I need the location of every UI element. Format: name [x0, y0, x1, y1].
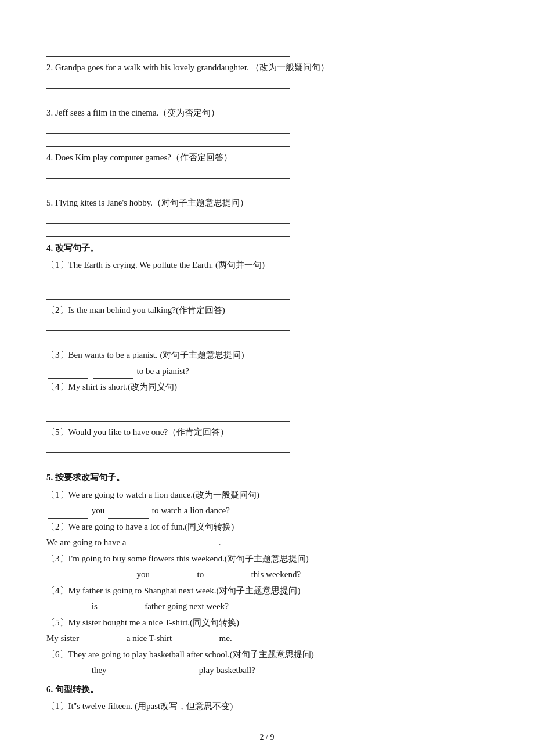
- sec5-q4-blank-1: [48, 605, 88, 614]
- sec5-q1-blank-1: [48, 509, 88, 519]
- q3-line-1: [46, 122, 290, 134]
- q2-line-1: [46, 77, 290, 89]
- q2-text: 2. Grandpa goes for a walk with his love…: [46, 60, 488, 75]
- sec4-q1-line-1: [46, 275, 290, 286]
- question-5: 5. Flying kites is Jane's hobby.（对句子主题意思…: [46, 196, 488, 237]
- sec4-q1-line-2: [46, 288, 290, 300]
- sec5-q4-suffix: father going next week?: [145, 602, 229, 611]
- question-2: 2. Grandpa goes for a walk with his love…: [46, 60, 488, 102]
- sec5-q3-blank-1: [48, 573, 88, 582]
- sec4-q3-text: 〔3〕Ben wants to be a pianist. (对句子主题意思提问…: [46, 348, 488, 363]
- section-6: 6. 句型转换。 〔1〕It''s twelve fifteen. (用past…: [46, 682, 488, 714]
- sec4-q3-blank-1: [48, 369, 88, 379]
- sec5-q6-blank-2: [110, 669, 150, 678]
- top-line-2: [46, 33, 290, 44]
- sec5-q3-to: to: [197, 570, 206, 579]
- sec5-q4-text: 〔4〕My father is going to Shanghai next w…: [46, 584, 488, 599]
- sec4-q5-line-1: [46, 441, 290, 453]
- sec5-title: 5. 按要求改写句子。: [46, 470, 488, 485]
- sec4-q2-text: 〔2〕Is the man behind you talking?(作肯定回答): [46, 303, 488, 318]
- sec5-q4-is: is: [92, 602, 100, 611]
- sec4-q5-line-2: [46, 455, 290, 466]
- sec5-q2-blank-1: [129, 541, 170, 550]
- sec5-q2-blank-2: [175, 541, 215, 550]
- sec5-q6-blank-1: [48, 669, 88, 678]
- sec5-q1-blank-2: [108, 509, 149, 519]
- sec5-q6-blank-3: [155, 669, 196, 678]
- sec5-q3-text: 〔3〕I'm going to buy some flowers this we…: [46, 552, 488, 567]
- sec5-q5-mid: a nice T-shirt: [127, 633, 174, 643]
- sec5-q2-blank-line: We are going to have a .: [46, 535, 488, 550]
- sec6-q1-text: 〔1〕It''s twelve fifteen. (用past改写，但意思不变): [46, 699, 488, 714]
- sec4-q4-line-1: [46, 397, 290, 408]
- q5-text: 5. Flying kites is Jane's hobby.（对句子主题意思…: [46, 196, 488, 211]
- sec6-title: 6. 句型转换。: [46, 682, 488, 697]
- section-5: 5. 按要求改写句子。 〔1〕We are going to watch a l…: [46, 470, 488, 678]
- sec5-q5-prefix: My sister: [46, 633, 81, 643]
- sec5-q1-text: 〔1〕We are going to watch a lion dance.(改…: [46, 488, 488, 503]
- section-4: 4. 改写句子。 〔1〕The Earth is crying. We poll…: [46, 240, 488, 466]
- q4-line-2: [46, 181, 290, 192]
- sec4-q4-lines: [46, 397, 488, 422]
- sec4-q2-line-1: [46, 319, 290, 331]
- question-4: 4. Does Kim play computer games?（作否定回答）: [46, 150, 488, 192]
- sec5-q3-blank-line: you to this weekend?: [46, 567, 488, 582]
- q3-answer-lines: [46, 122, 488, 147]
- sec5-q6-they: they: [92, 665, 109, 675]
- sec4-q3-blank-line: to be a pianist?: [46, 364, 488, 379]
- top-line-3: [46, 45, 290, 57]
- q2-answer-lines: [46, 77, 488, 102]
- q4-text: 4. Does Kim play computer games?（作否定回答）: [46, 150, 488, 165]
- sec5-q5-blank-line: My sister a nice T-shirt me.: [46, 631, 488, 646]
- sec5-q2-text: 〔2〕We are going to have a lot of fun.(同义…: [46, 520, 488, 535]
- top-answer-lines: [46, 20, 488, 57]
- sec5-q3-blank-3: [153, 573, 194, 582]
- sec5-q6-text: 〔6〕They are going to play basketball aft…: [46, 647, 488, 663]
- q4-answer-lines: [46, 167, 488, 192]
- q5-line-2: [46, 225, 290, 237]
- sec5-q6-blank-line: they play basketball?: [46, 663, 488, 678]
- sec5-q5-blank-2: [175, 637, 216, 646]
- sec4-q1-text: 〔1〕The Earth is crying. We pollute the E…: [46, 258, 488, 273]
- page-number: 2 / 9: [260, 733, 275, 741]
- q3-text: 3. Jeff sees a film in the cinema.（变为否定句…: [46, 106, 488, 121]
- sec4-title: 4. 改写句子。: [46, 240, 488, 255]
- sec5-q3-you: you: [137, 570, 152, 579]
- sec4-q4-text: 〔4〕My shirt is short.(改为同义句): [46, 380, 488, 395]
- sec4-q3-suffix: to be a pianist?: [137, 366, 189, 376]
- q5-line-1: [46, 212, 290, 224]
- sec4-q1-lines: [46, 275, 488, 300]
- sec4-q3-blank-2: [93, 369, 134, 379]
- question-3: 3. Jeff sees a film in the cinema.（变为否定句…: [46, 106, 488, 147]
- sec5-q4-blank-line: is father going next week?: [46, 599, 488, 614]
- q3-line-2: [46, 135, 290, 147]
- page-footer: 2 / 9: [46, 731, 488, 744]
- sec5-q6-suffix: play basketball?: [199, 665, 255, 675]
- sec5-q3-blank-2: [93, 573, 134, 582]
- q2-line-2: [46, 91, 290, 102]
- sec5-q4-blank-2: [101, 605, 142, 614]
- q4-line-1: [46, 167, 290, 179]
- sec5-q1-suffix: to watch a lion dance?: [152, 506, 230, 515]
- sec4-q2-line-2: [46, 333, 290, 344]
- top-line-1: [46, 20, 290, 31]
- q5-answer-lines: [46, 212, 488, 237]
- sec4-q5-text: 〔5〕Would you like to have one?（作肯定回答）: [46, 425, 488, 440]
- sec5-q1-you: you: [92, 506, 107, 515]
- sec5-q5-blank-1: [82, 637, 123, 646]
- sec4-q2-lines: [46, 319, 488, 344]
- sec5-q2-prefix: We are going to have a: [46, 538, 128, 547]
- sec5-q2-dot: .: [219, 538, 221, 547]
- sec5-q3-suffix: this weekend?: [251, 570, 301, 579]
- sec5-q5-text: 〔5〕My sister bought me a nice T-shirt.(同…: [46, 615, 488, 631]
- sec5-q1-blank-line: you to watch a lion dance?: [46, 503, 488, 519]
- sec5-q3-blank-4: [207, 573, 248, 582]
- sec5-q5-me: me.: [219, 633, 232, 643]
- sec4-q4-line-2: [46, 410, 290, 422]
- sec4-q5-lines: [46, 441, 488, 466]
